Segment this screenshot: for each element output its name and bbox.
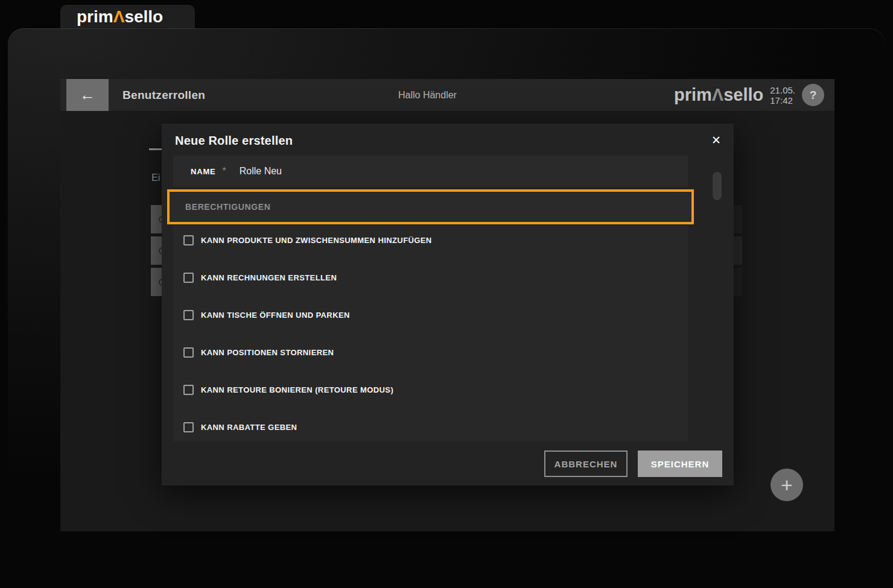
hidden-section-heading: Ei: [151, 172, 162, 185]
cancel-button[interactable]: ABBRECHEN: [544, 450, 628, 477]
permission-label: KANN RETOURE BONIEREN (RETOURE MODUS): [201, 385, 393, 394]
permission-row[interactable]: KANN RETOURE BONIEREN (RETOURE MODUS): [173, 371, 688, 408]
logo-accent: Λ: [113, 7, 125, 26]
permissions-header-label: BERECHTIGUNGEN: [185, 202, 270, 212]
primasello-header-logo: primΛsello: [674, 86, 763, 104]
permission-row[interactable]: KANN POSITIONEN STORNIEREN: [173, 334, 688, 371]
primasello-logo: primΛsello: [77, 8, 163, 25]
permission-label: KANN TISCHE ÖFFNEN UND PARKEN: [201, 311, 350, 320]
role-name-value: Rolle Neu: [240, 166, 282, 177]
logo-prefix: prim: [674, 85, 712, 104]
help-button[interactable]: ?: [802, 84, 824, 106]
permission-checkbox[interactable]: [183, 310, 194, 320]
app-header-bar: ← Benutzerrollen Hallo Händler primΛsell…: [60, 79, 834, 111]
permission-row[interactable]: KANN RABATTE GEBEN: [173, 408, 688, 441]
screen: primΛsello ← Benutzerrollen Hallo Händle…: [0, 0, 893, 588]
permissions-section-header: BERECHTIGUNGEN: [167, 189, 694, 224]
role-row-fragment-right: [734, 236, 742, 265]
required-marker: *: [222, 166, 226, 177]
greeting-text: Hallo Händler: [398, 79, 457, 111]
role-row-fragment-right: [734, 205, 742, 233]
logo-accent: Λ: [712, 85, 723, 104]
header-right-group: primΛsello 21.05. 17:42 ?: [674, 79, 824, 111]
close-icon[interactable]: ✕: [707, 130, 726, 150]
permission-checkbox[interactable]: [183, 273, 194, 283]
permission-row[interactable]: KANN TISCHE ÖFFNEN UND PARKEN: [173, 296, 688, 334]
time-text: 17:42: [770, 95, 795, 106]
role-row-fragment[interactable]: [151, 268, 162, 296]
role-row-fragment[interactable]: [151, 205, 162, 233]
role-row-fragment[interactable]: [151, 236, 162, 265]
back-button[interactable]: ←: [66, 79, 109, 111]
permission-label: KANN POSITIONEN STORNIEREN: [201, 348, 334, 357]
permission-checkbox[interactable]: [183, 347, 194, 358]
modal-scrollbar[interactable]: [713, 172, 722, 200]
app-window: ← Benutzerrollen Hallo Händler primΛsell…: [8, 28, 885, 577]
permission-checkbox[interactable]: [183, 385, 194, 395]
permission-checkbox[interactable]: [183, 422, 194, 432]
permission-label: KANN PRODUKTE UND ZWISCHENSUMMEN HINZUFÜ…: [201, 236, 432, 245]
name-field-label: NAME: [191, 167, 215, 176]
permission-label: KANN RABATTE GEBEN: [201, 423, 297, 432]
permissions-list: KANN PRODUKTE UND ZWISCHENSUMMEN HINZUFÜ…: [173, 226, 688, 441]
permission-checkbox[interactable]: [183, 235, 194, 245]
permission-label: KANN RECHNUNGEN ERSTELLEN: [201, 273, 337, 282]
role-row-fragment-right: [734, 268, 742, 296]
date-text: 21.05.: [770, 85, 795, 95]
logo-suffix: sello: [124, 7, 163, 26]
logo-suffix: sello: [723, 85, 763, 104]
role-name-field[interactable]: NAME * Rolle Neu: [173, 156, 688, 187]
add-role-button[interactable]: +: [771, 469, 803, 501]
page-title: Benutzerrollen: [122, 79, 205, 111]
browser-tab[interactable]: primΛsello: [60, 5, 195, 28]
save-button[interactable]: SPEICHERN: [638, 450, 722, 477]
logo-prefix: prim: [77, 7, 113, 26]
create-role-modal: Neue Rolle erstellen ✕ NAME * Rolle Neu …: [162, 124, 734, 485]
modal-title: Neue Rolle erstellen: [175, 134, 293, 148]
hidden-section-underline: [149, 148, 162, 150]
datetime-display: 21.05. 17:42: [770, 85, 795, 106]
permission-row[interactable]: KANN RECHNUNGEN ERSTELLEN: [173, 259, 688, 296]
permission-row[interactable]: KANN PRODUKTE UND ZWISCHENSUMMEN HINZUFÜ…: [173, 226, 688, 259]
